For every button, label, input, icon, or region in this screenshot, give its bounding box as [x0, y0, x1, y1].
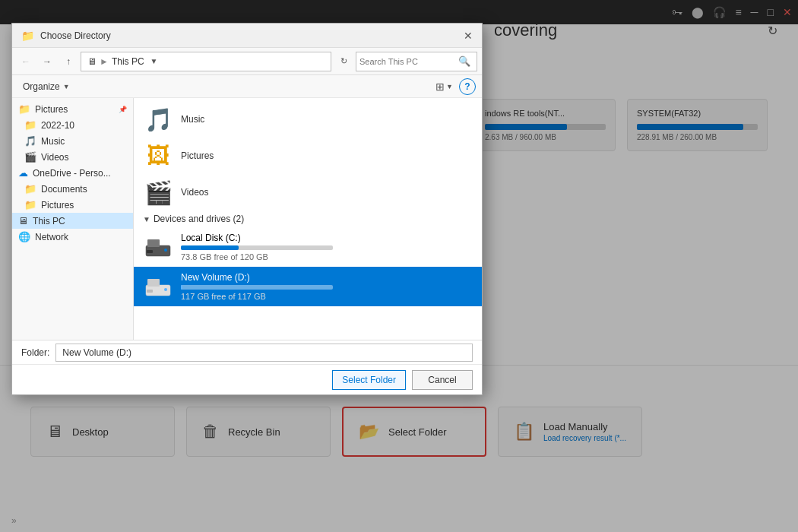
- sidebar-item-pictures2[interactable]: 📁 Pictures: [12, 197, 133, 213]
- dialog-close-button[interactable]: ✕: [461, 28, 476, 43]
- view-icon: ⊞: [435, 81, 445, 93]
- svg-point-7: [164, 288, 167, 291]
- sidebar-pictures-pinned-label: Pictures: [35, 104, 68, 115]
- sidebar-videos-icon: 🎬: [24, 151, 36, 163]
- sidebar-item-network[interactable]: 🌐 Network: [12, 229, 133, 245]
- c-drive-bar-fill: [181, 245, 239, 250]
- sidebar-pictures-pinned-icon: 📁: [18, 103, 30, 115]
- refresh-address-button[interactable]: ↻: [334, 52, 353, 71]
- path-separator: ►: [100, 56, 109, 67]
- path-icon: 🖥: [87, 56, 97, 67]
- organize-label: Organize: [23, 81, 60, 92]
- d-drive-free: 117 GB free of 117 GB: [181, 292, 473, 301]
- dialog-title-content: 📁 Choose Directory: [21, 30, 111, 42]
- folder-input[interactable]: [55, 344, 473, 362]
- c-drive-icon: [143, 232, 173, 262]
- search-icon: 🔍: [458, 55, 470, 67]
- help-button[interactable]: ?: [459, 78, 476, 95]
- sidebar-this-pc-icon: 🖥: [18, 215, 28, 226]
- music-folder-thumb: 🎵: [143, 104, 173, 135]
- search-wrapper: 🔍: [356, 52, 477, 71]
- videos-folder-thumb: 🎬: [143, 177, 173, 207]
- videos-folder-info: Videos: [181, 187, 473, 198]
- videos-folder-name: Videos: [181, 187, 473, 198]
- sidebar-item-documents[interactable]: 📁 Documents: [12, 181, 133, 197]
- sidebar-music-label: Music: [41, 136, 65, 147]
- address-dropdown-arrow[interactable]: ▼: [150, 57, 158, 65]
- sidebar-item-onedrive[interactable]: ☁ OneDrive - Perso...: [12, 165, 133, 181]
- devices-section-label: Devices and drives (2): [154, 214, 244, 224]
- drive-item-c[interactable]: Local Disk (C:) 73.8 GB free of 120 GB: [134, 227, 482, 267]
- view-toggle-button[interactable]: ⊞ ▼: [435, 81, 453, 93]
- svg-rect-5: [147, 279, 160, 287]
- dialog-title-text: Choose Directory: [40, 30, 111, 41]
- sidebar-pictures2-icon: 📁: [24, 199, 36, 211]
- sidebar-onedrive-icon: ☁: [18, 167, 28, 179]
- select-folder-button[interactable]: Select Folder: [332, 370, 406, 390]
- d-drive-details: New Volume (D:) 117 GB free of 117 GB: [181, 272, 473, 301]
- sidebar-documents-label: Documents: [41, 184, 87, 195]
- sidebar-item-pictures-pinned[interactable]: 📁 Pictures 📌: [12, 101, 133, 117]
- sidebar-2022-icon: 📁: [24, 119, 36, 131]
- organize-dropdown-arrow: ▼: [63, 83, 70, 90]
- c-drive-free: 73.8 GB free of 120 GB: [181, 252, 473, 261]
- sidebar-item-2022[interactable]: 📁 2022-10: [12, 117, 133, 133]
- up-button[interactable]: ↑: [59, 52, 78, 71]
- back-button[interactable]: ←: [17, 52, 35, 71]
- view-dropdown-arrow: ▼: [446, 83, 453, 90]
- sidebar-item-music[interactable]: 🎵 Music: [12, 133, 133, 149]
- sidebar-network-icon: 🌐: [18, 231, 30, 242]
- d-drive-icon: [143, 271, 173, 302]
- sidebar-pictures2-label: Pictures: [41, 200, 74, 211]
- devices-chevron: ▼: [143, 215, 150, 223]
- devices-section-header[interactable]: ▼ Devices and drives (2): [134, 211, 482, 227]
- sidebar-music-icon: 🎵: [24, 135, 36, 147]
- sidebar-2022-label: 2022-10: [41, 120, 74, 131]
- sidebar-network-label: Network: [35, 232, 68, 242]
- search-input[interactable]: [359, 57, 458, 66]
- videos-folder-icon: 🎬: [144, 179, 173, 206]
- c-drive-name: Local Disk (C:): [181, 233, 473, 243]
- c-drive-details: Local Disk (C:) 73.8 GB free of 120 GB: [181, 233, 473, 261]
- pictures-folder-icon: 🖼: [147, 143, 169, 169]
- sidebar-documents-icon: 📁: [24, 183, 36, 195]
- path-segment: This PC: [112, 56, 144, 67]
- dialog-addressbar: ← → ↑ 🖥 ► This PC ▼ ↻ 🔍: [12, 48, 482, 75]
- d-drive-name: New Volume (D:): [181, 272, 473, 283]
- svg-rect-2: [147, 250, 153, 253]
- choose-directory-dialog: 📁 Choose Directory ✕ ← → ↑ 🖥 ► This PC ▼…: [11, 23, 483, 395]
- dialog-buttons: Select Folder Cancel: [12, 364, 482, 394]
- dialog-titlebar: 📁 Choose Directory ✕: [12, 24, 482, 48]
- svg-point-3: [164, 249, 167, 252]
- music-folder-name: Music: [181, 114, 473, 125]
- sidebar-this-pc-label: This PC: [33, 216, 65, 226]
- folder-item-pictures[interactable]: 🖼 Pictures: [134, 138, 482, 174]
- dialog-main: 📁 Pictures 📌 📁 2022-10 🎵 Music 🎬 Videos …: [12, 98, 482, 340]
- c-drive-bar-bg: [181, 245, 333, 250]
- folder-item-music[interactable]: 🎵 Music: [134, 101, 482, 138]
- svg-rect-1: [147, 239, 160, 247]
- sidebar-onedrive-label: OneDrive - Perso...: [33, 168, 111, 179]
- forward-button[interactable]: →: [38, 52, 56, 71]
- sidebar-item-this-pc[interactable]: 🖥 This PC: [12, 213, 133, 229]
- music-folder-icon: 🎵: [144, 106, 173, 133]
- cancel-button[interactable]: Cancel: [412, 370, 473, 390]
- pictures-folder-thumb: 🖼: [143, 141, 173, 171]
- pictures-folder-info: Pictures: [181, 150, 473, 161]
- folder-item-videos[interactable]: 🎬 Videos: [134, 174, 482, 211]
- folder-label: Folder:: [21, 347, 49, 358]
- d-drive-bar-fill: [181, 285, 182, 290]
- sidebar-videos-label: Videos: [41, 152, 68, 163]
- dialog-folder-bar: Folder:: [12, 340, 482, 364]
- address-path[interactable]: 🖥 ► This PC ▼: [81, 52, 331, 71]
- sidebar-item-videos[interactable]: 🎬 Videos: [12, 149, 133, 165]
- organize-button[interactable]: Organize ▼: [18, 80, 74, 93]
- dialog-toolbar: Organize ▼ ⊞ ▼ ?: [12, 75, 482, 98]
- music-folder-info: Music: [181, 114, 473, 125]
- drive-item-d[interactable]: New Volume (D:) 117 GB free of 117 GB: [134, 267, 482, 306]
- svg-rect-6: [147, 290, 153, 293]
- dialog-content: 🎵 Music 🖼 Pictures 🎬 Videos: [134, 98, 482, 340]
- pictures-folder-name: Pictures: [181, 150, 473, 161]
- d-drive-bar-bg: [181, 285, 333, 290]
- pin-icon: 📌: [119, 106, 127, 113]
